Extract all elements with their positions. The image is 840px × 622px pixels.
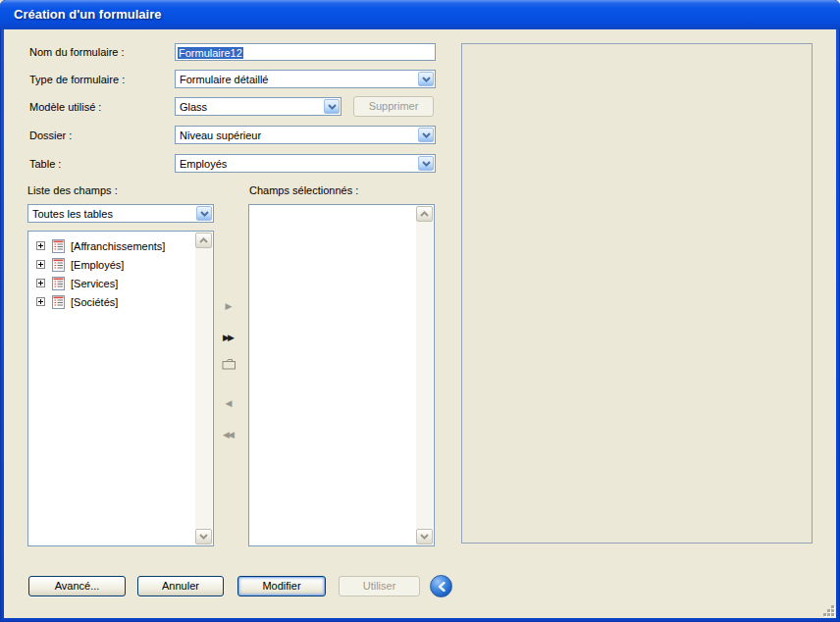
table-tree-item[interactable]: [Employés] xyxy=(29,255,195,274)
chevron-down-icon[interactable] xyxy=(324,99,340,114)
form-name-label: Nom du formulaire : xyxy=(29,46,125,58)
form-folder-label: Dossier : xyxy=(29,130,72,141)
form-table-value: Employés xyxy=(180,157,415,171)
table-tree-item-label: [Affranchissements] xyxy=(71,240,165,252)
tree-scrollbar[interactable] xyxy=(195,233,212,544)
edit-button[interactable]: Modifier xyxy=(237,576,326,596)
remove-field-button[interactable]: ◀ xyxy=(220,394,237,412)
window-title: Création d'un formulaire xyxy=(14,0,161,29)
form-model-label: Modèle utilisé : xyxy=(29,101,101,113)
form-folder-value: Niveau supérieur xyxy=(180,129,415,142)
field-list-filter-select[interactable]: Toutes les tables xyxy=(27,204,214,223)
form-type-select[interactable]: Formulaire détaillé xyxy=(175,70,436,88)
selected-fields-list[interactable] xyxy=(248,204,435,546)
form-preview-pane xyxy=(461,43,813,544)
cancel-button[interactable]: Annuler xyxy=(137,576,224,596)
table-tree-item-label: [Employés] xyxy=(71,259,124,271)
table-tree-item[interactable]: [Services] xyxy=(29,274,195,292)
expand-plus-icon[interactable] xyxy=(36,241,45,250)
expand-plus-icon[interactable] xyxy=(36,260,45,269)
delete-model-button[interactable]: Supprimer xyxy=(353,96,434,117)
field-list-label: Liste des champs : xyxy=(27,184,118,196)
scroll-up-icon[interactable] xyxy=(416,206,433,222)
form-folder-select[interactable]: Niveau supérieur xyxy=(175,126,436,144)
chevron-left-icon xyxy=(438,582,446,592)
scroll-up-icon[interactable] xyxy=(195,233,212,248)
table-tree-item[interactable]: [Sociétés] xyxy=(29,292,195,311)
add-field-button[interactable]: ▶ xyxy=(220,297,237,315)
expand-plus-icon[interactable] xyxy=(36,297,45,306)
selected-fields-label: Champs sélectionnés : xyxy=(249,184,358,196)
form-model-value: Glass xyxy=(180,100,321,114)
form-name-input[interactable]: Formulaire12 xyxy=(175,43,436,61)
scroll-down-icon[interactable] xyxy=(416,529,433,544)
back-button[interactable] xyxy=(430,575,452,597)
field-list-filter-value: Toutes les tables xyxy=(32,207,193,221)
table-icon xyxy=(52,295,65,309)
chevron-down-icon[interactable] xyxy=(418,128,434,142)
chevron-down-icon[interactable] xyxy=(418,72,434,86)
use-button[interactable]: Utiliser xyxy=(339,576,420,596)
form-name-value: Formulaire12 xyxy=(178,47,243,59)
table-tree-item[interactable]: [Affranchissements] xyxy=(29,236,195,255)
form-table-label: Table : xyxy=(29,158,61,170)
selected-scrollbar[interactable] xyxy=(416,206,433,544)
table-icon xyxy=(52,239,65,253)
form-type-value: Formulaire détaillé xyxy=(180,73,415,86)
remove-all-fields-button[interactable]: ◀◀ xyxy=(220,426,237,443)
add-all-fields-button[interactable]: ▶▶ xyxy=(220,329,237,346)
chevron-down-icon[interactable] xyxy=(418,156,434,171)
resize-grip-icon[interactable] xyxy=(821,603,834,616)
folder-icon[interactable] xyxy=(220,355,237,373)
expand-plus-icon[interactable] xyxy=(36,279,45,287)
titlebar[interactable]: Création d'un formulaire xyxy=(0,0,840,29)
chevron-down-icon[interactable] xyxy=(196,206,212,221)
table-icon xyxy=(52,258,65,272)
form-model-select[interactable]: Glass xyxy=(175,97,341,116)
field-table-list[interactable]: [Affranchissements] [Employés] xyxy=(27,231,214,546)
table-tree-item-label: [Services] xyxy=(71,278,118,289)
advanced-button[interactable]: Avancé... xyxy=(28,576,126,596)
dialog-body: Nom du formulaire : Type de formulaire :… xyxy=(4,29,836,618)
scroll-down-icon[interactable] xyxy=(195,529,212,544)
table-tree-item-label: [Sociétés] xyxy=(71,296,118,308)
form-table-select[interactable]: Employés xyxy=(175,154,436,173)
table-icon xyxy=(52,277,65,290)
field-table-tree: [Affranchissements] [Employés] xyxy=(29,233,195,544)
dialog-window: Création d'un formulaire Nom du formulai… xyxy=(0,0,840,622)
form-type-label: Type de formulaire : xyxy=(29,74,125,85)
